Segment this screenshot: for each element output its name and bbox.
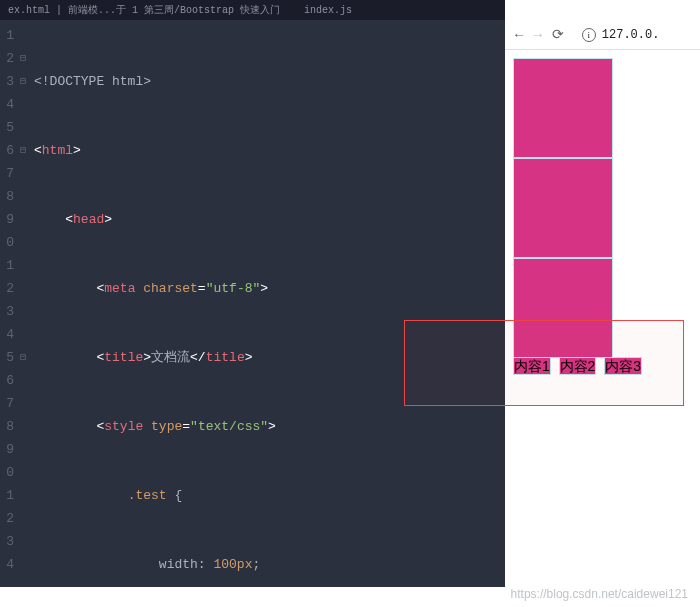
browser-toolbar: ← → ⟳ i 127.0.0.: [505, 20, 700, 50]
div-block: [513, 58, 613, 158]
url-text: 127.0.0.: [602, 28, 660, 42]
fold-icon[interactable]: ⊟: [20, 346, 34, 369]
fold-icon[interactable]: ⊟: [20, 47, 34, 70]
code-line: <style type="text/css">: [34, 415, 505, 438]
div-block: [513, 158, 613, 258]
code-line: <!DOCTYPE html>: [34, 70, 505, 93]
fold-icon[interactable]: ⊟: [20, 70, 34, 93]
code-line: <html>: [34, 139, 505, 162]
code-line: <head>: [34, 208, 505, 231]
fold-gutter: ⊟⊟⊟⊟: [20, 24, 34, 587]
code-body[interactable]: <!DOCTYPE html> <html> <head> <meta char…: [34, 24, 505, 587]
div-block: [513, 258, 613, 358]
address-bar[interactable]: i 127.0.0.: [582, 28, 660, 42]
watermark: https://blog.csdn.net/caidewei121: [511, 587, 688, 601]
span-inline: 内容1: [513, 357, 551, 375]
span-inline: 内容2: [559, 357, 597, 375]
tab-file[interactable]: ex.html | 前端模...于 1 第三周/Bootstrap 快速入门: [8, 3, 280, 17]
reload-icon[interactable]: ⟳: [552, 26, 564, 43]
span-inline: 内容3: [604, 357, 642, 375]
info-icon[interactable]: i: [582, 28, 596, 42]
render-area: 内容1 内容2 内容3: [505, 50, 700, 376]
browser-preview: ← → ⟳ i 127.0.0. 内容1 内容2 内容3: [505, 20, 700, 587]
code-editor[interactable]: 123456789012345678901234 ⊟⊟⊟⊟ <!DOCTYPE …: [0, 20, 505, 587]
code-line: <title>文档流</title>: [34, 346, 505, 369]
forward-icon[interactable]: →: [533, 27, 541, 43]
line-gutter: 123456789012345678901234: [0, 24, 20, 587]
editor-tabbar: ex.html | 前端模...于 1 第三周/Bootstrap 快速入门 i…: [0, 0, 505, 20]
code-line: <meta charset="utf-8">: [34, 277, 505, 300]
back-icon[interactable]: ←: [515, 27, 523, 43]
code-line: .test {: [34, 484, 505, 507]
tab-file[interactable]: index.js: [304, 5, 352, 16]
fold-icon[interactable]: ⊟: [20, 139, 34, 162]
main-area: 123456789012345678901234 ⊟⊟⊟⊟ <!DOCTYPE …: [0, 20, 700, 587]
code-line: width: 100px;: [34, 553, 505, 576]
